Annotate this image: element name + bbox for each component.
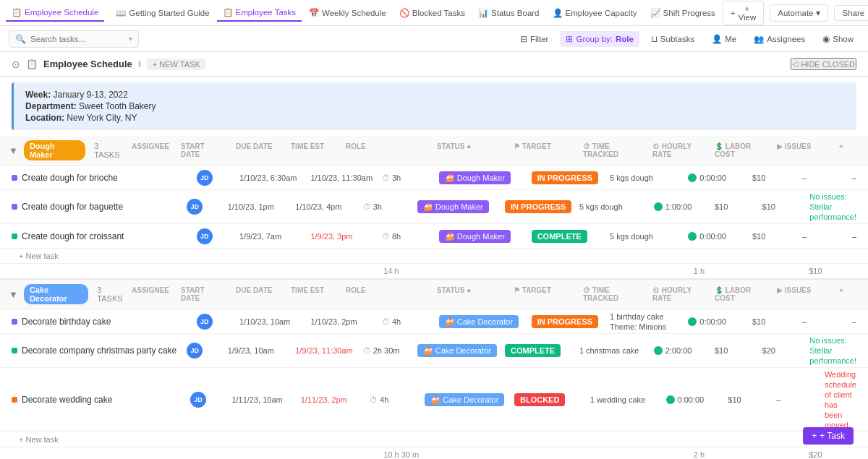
clock-icon: ⏱	[382, 232, 392, 241]
status-cell: COMPLETE	[529, 230, 607, 243]
automate-button[interactable]: Automate ▾	[770, 4, 828, 22]
task-name-text: Decorate wedding cake	[22, 395, 112, 405]
tab-employee-tasks[interactable]: 📋 Employee Tasks	[217, 4, 302, 22]
top-nav: 📋 Employee Schedule 📖 Getting Started Gu…	[0, 0, 868, 26]
due-date-cell: 1/9/23, 3pm	[307, 230, 378, 243]
hourly-rate-text: $10	[715, 202, 728, 211]
status-cell: IN PROGRESS	[529, 171, 607, 184]
role-badge: 🍰 Cake Decorator	[439, 315, 519, 328]
status-badge: IN PROGRESS	[532, 315, 598, 328]
task-name-text: Decorate company christmas party cake	[22, 346, 176, 356]
tasks-icon: 📋	[223, 7, 233, 17]
task-table: ▼ Dough Maker 3 TASKS ASSIGNEE START DAT…	[0, 136, 868, 459]
search-box[interactable]: 🔍 ▾	[9, 30, 139, 48]
task-row-1-2: Decorate wedding cake JD 1/11/23, 10am 1…	[0, 368, 868, 432]
time-est-cell: ⏱ 2h 30m	[360, 344, 414, 357]
me-icon: 👤	[712, 34, 722, 44]
task-name-text: Create dough for croissant	[22, 231, 124, 241]
group-header-1: ▼ Cake Decorator 3 TASKS ASSIGNEE START …	[0, 280, 868, 309]
new-task-header-button[interactable]: + NEW TASK	[147, 59, 206, 70]
role-badge: 🍰 Dough Maker	[439, 230, 511, 243]
group-collapse-1[interactable]: ▼	[9, 289, 18, 300]
assignees-button[interactable]: 👥 Assignees	[748, 31, 811, 47]
task-name-text: Decorate birthday cake	[22, 317, 111, 327]
due-date-cell: 1/11/23, 2pm	[298, 393, 367, 406]
status-badge: COMPLETE	[505, 344, 561, 357]
target-text: 5 kgs dough	[610, 173, 653, 182]
start-date: 1/9/23, 7am	[239, 232, 281, 241]
toolbar: 🔍 ▾ ⊟ Filter ⊞ Group by: Role ⊔ Subtasks…	[0, 26, 868, 52]
info-icon: ℹ	[138, 59, 141, 69]
time-est-cell: ⏱ 3h	[360, 200, 414, 213]
hourly-rate-text: $10	[728, 395, 741, 404]
status-cell: IN PROGRESS	[529, 315, 607, 328]
tab-getting-started[interactable]: 📖 Getting Started Guide	[110, 5, 215, 21]
tracked-indicator	[666, 395, 675, 404]
issues-cell: No issues: Stellar performance!	[807, 334, 859, 367]
time-est: 4h	[380, 395, 388, 404]
labor-cost-text: $20	[762, 346, 775, 355]
groupby-button[interactable]: ⊞ Group by: Role	[560, 31, 639, 47]
view-button[interactable]: + + View	[723, 1, 764, 25]
task-name-text: Create dough for brioche	[22, 173, 118, 183]
status-badge: BLOCKED	[514, 393, 565, 406]
avatar: JD	[197, 228, 213, 244]
time-tracked-cell: 2:00:00	[651, 345, 712, 356]
tab-shift-progress[interactable]: 📈 Shift Progress	[644, 5, 721, 21]
tab-weekly-schedule[interactable]: 📅 Weekly Schedule	[303, 5, 392, 21]
hourly-rate-cell: $10	[725, 393, 773, 406]
assignee-cell: JD	[187, 390, 229, 409]
group-col-headers-1: ASSIGNEE START DATE DUE DATE TIME EST RO…	[132, 286, 859, 302]
due-date: 1/9/23, 3pm	[310, 232, 352, 241]
role-cell: 🍰 Cake Decorator	[422, 393, 511, 406]
tab-employee-schedule[interactable]: 📋 Employee Schedule	[6, 4, 104, 22]
group-collapse-0[interactable]: ▼	[9, 145, 18, 156]
time-tracked-cell: 0:00:00	[685, 316, 749, 327]
task-name-text: Create dough for baguette	[22, 202, 123, 212]
labor-cost-text: –	[802, 232, 807, 241]
task-name-cell-0-2: Create dough for croissant	[9, 227, 194, 246]
hide-icon: ◁	[792, 59, 798, 69]
group-tag-0: Dough Maker	[24, 140, 85, 160]
issues-cell: No issues: Stellar performance!	[807, 190, 859, 223]
task-row-0-0: Create dough for brioche JD 1/10/23, 6:3…	[0, 166, 868, 190]
show-button[interactable]: ◉ Show	[817, 31, 859, 47]
subtasks-button[interactable]: ⊔ Subtasks	[645, 31, 700, 47]
total-tracked-1: 2 h	[694, 450, 759, 459]
start-date-cell: 1/9/23, 7am	[237, 230, 307, 243]
dept-info: Department: Sweet Tooth Bakery	[25, 101, 845, 111]
total-time-est-1: 10 h 30 m	[383, 450, 441, 459]
labor-cost-cell: $20	[760, 344, 807, 357]
share-button[interactable]: Share	[834, 5, 868, 21]
hourly-rate-cell: $10	[712, 200, 760, 213]
tab-blocked-tasks[interactable]: 🚫 Blocked Tasks	[393, 5, 471, 21]
week-info: Week: January 9-13, 2022	[25, 90, 845, 100]
group-col-headers-0: ASSIGNEE START DATE DUE DATE TIME EST RO…	[132, 142, 859, 158]
start-date-cell: 1/10/23, 6:30am	[237, 171, 307, 184]
add-task-0[interactable]: + New task	[0, 249, 868, 264]
collapse-schedule-button[interactable]: ⊙	[12, 59, 20, 70]
toolbar-right: ⊟ Filter ⊞ Group by: Role ⊔ Subtasks 👤 M…	[514, 31, 859, 47]
tab-employee-capacity[interactable]: 👤 Employee Capacity	[547, 5, 643, 21]
avatar: JD	[187, 343, 203, 359]
target-cell: 5 kgs dough	[576, 200, 651, 213]
filter-button[interactable]: ⊟ Filter	[514, 31, 555, 47]
avatar: JD	[190, 392, 206, 408]
tab-status-board[interactable]: 📊 Status Board	[472, 5, 545, 21]
clock-icon: ⏱	[382, 317, 392, 326]
show-icon: ◉	[822, 34, 830, 44]
start-date: 1/9/23, 10am	[228, 346, 274, 355]
new-task-fab-button[interactable]: + + Task	[803, 427, 854, 445]
labor-cost-cell: –	[799, 315, 849, 328]
issues-cell: –	[849, 230, 859, 243]
tracked-indicator	[688, 232, 697, 241]
add-task-1[interactable]: + New task	[0, 432, 868, 447]
hide-closed-button[interactable]: ◁ HIDE CLOSED	[791, 58, 856, 70]
target-text: 1 wedding cake	[590, 395, 645, 404]
me-button[interactable]: 👤 Me	[706, 31, 742, 47]
hourly-rate-cell: $10	[749, 230, 799, 243]
status-badge: COMPLETE	[532, 230, 587, 243]
schedule-title: Employee Schedule	[43, 59, 132, 69]
group-tag-1: Cake Decorator	[24, 284, 88, 304]
search-input[interactable]	[30, 35, 124, 43]
